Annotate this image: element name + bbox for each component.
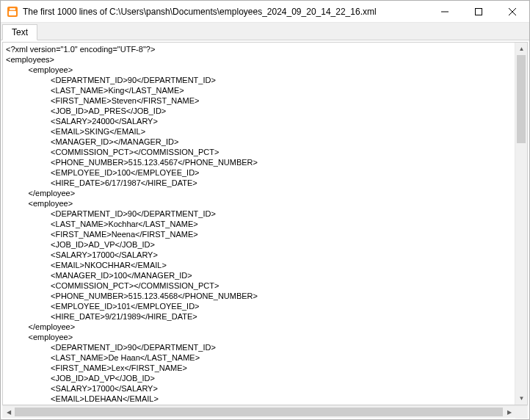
close-button[interactable] bbox=[495, 1, 529, 22]
scrollbar-corner bbox=[515, 406, 528, 419]
window-title: The first 1000 lines of C:\Users\pansh\D… bbox=[23, 7, 428, 17]
horizontal-scroll-thumb[interactable] bbox=[15, 408, 503, 416]
tabstrip: Text bbox=[1, 23, 529, 40]
titlebar[interactable]: The first 1000 lines of C:\Users\pansh\D… bbox=[1, 1, 529, 23]
scroll-left-arrow-icon[interactable]: ◀ bbox=[2, 406, 15, 419]
scroll-down-arrow-icon[interactable]: ▼ bbox=[515, 392, 528, 405]
maximize-button[interactable] bbox=[462, 1, 495, 22]
app-icon bbox=[7, 6, 18, 18]
svg-rect-2 bbox=[10, 8, 15, 10]
vertical-scroll-track[interactable] bbox=[515, 55, 527, 392]
scroll-up-arrow-icon[interactable]: ▲ bbox=[515, 43, 528, 55]
vertical-scrollbar[interactable]: ▲ ▼ bbox=[515, 43, 527, 405]
svg-rect-4 bbox=[476, 8, 482, 15]
minimize-button[interactable] bbox=[428, 1, 462, 22]
horizontal-scroll-track[interactable] bbox=[15, 406, 503, 418]
horizontal-scrollbar[interactable]: ◀ ▶ bbox=[2, 405, 528, 418]
xml-text-view[interactable]: <?xml version="1.0" encoding="UTF-8"?> <… bbox=[3, 43, 515, 405]
svg-rect-1 bbox=[9, 11, 16, 15]
app-window: The first 1000 lines of C:\Users\pansh\D… bbox=[0, 0, 530, 420]
content-area: <?xml version="1.0" encoding="UTF-8"?> <… bbox=[1, 40, 529, 419]
window-controls bbox=[428, 1, 529, 22]
tab-text[interactable]: Text bbox=[2, 24, 37, 40]
scroll-right-arrow-icon[interactable]: ▶ bbox=[503, 406, 515, 419]
text-panel: <?xml version="1.0" encoding="UTF-8"?> <… bbox=[2, 42, 528, 405]
vertical-scroll-thumb[interactable] bbox=[517, 55, 526, 143]
